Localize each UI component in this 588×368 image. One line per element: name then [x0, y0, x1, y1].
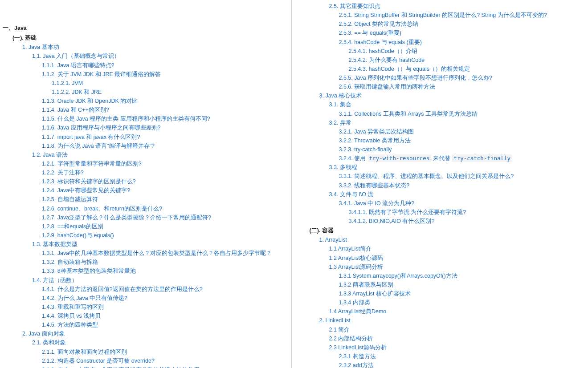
toc-link[interactable]: 1.1.2. 关于 JVM JDK 和 JRE 最详细通俗的解答: [42, 70, 289, 79]
toc-link[interactable]: 1.4. 方法（函数）: [32, 276, 289, 285]
toc-link[interactable]: 1.3.3. 8种基本类型的包装类和常量池: [42, 267, 289, 275]
toc-link[interactable]: 1.1.2.2. JDK 和 JRE: [52, 88, 289, 97]
toc-link[interactable]: 3.3. 多线程: [329, 163, 586, 172]
toc-link[interactable]: 1.1.4. Java 和 C++的区别?: [42, 105, 289, 114]
toc-link[interactable]: 2.5.2. Object 类的常见方法总结: [339, 20, 586, 28]
toc-link[interactable]: 1.1.7. import java 和 javax 有什么区别?: [42, 133, 289, 142]
toc-link[interactable]: 2.5.5. Java 序列化中如果有些字段不想进行序列化，怎么办?: [339, 73, 586, 82]
toc-item: 1. Java 基本功: [3, 43, 289, 52]
text: 3.2.4. 使用: [339, 155, 368, 162]
toc-link[interactable]: 1.1.1. Java 语言有哪些特点?: [42, 61, 289, 70]
toc-link[interactable]: 1.1. Java 入门（基础概念与常识）: [32, 52, 289, 61]
toc-item: 1.3.4 内部类: [300, 298, 586, 307]
toc-item: 2.5.1. String StringBuffer 和 StringBuild…: [300, 11, 586, 20]
toc-link[interactable]: 2. LinkedList: [319, 316, 586, 325]
toc-link[interactable]: 1.4.4. 深拷贝 vs 浅拷贝: [42, 311, 289, 320]
toc-link[interactable]: 1.1.6. Java 应用程序与小程序之间有哪些差别?: [42, 123, 289, 132]
toc-link[interactable]: 1.4.1. 什么是方法的返回值?返回值在类的方法里的作用是什么?: [42, 285, 289, 294]
toc-link[interactable]: 3.3.2. 线程有哪些基本状态?: [339, 181, 586, 190]
toc-link[interactable]: 3.4.1. Java 中 IO 流分为几种?: [339, 199, 586, 208]
toc-link[interactable]: 2.2 内部结构分析: [329, 334, 586, 343]
toc-link[interactable]: 1.1.5. 什么是 Java 程序的主类 应用程序和小程序的主类有何不同?: [42, 114, 289, 123]
toc-link[interactable]: 3. Java 核心技术: [319, 91, 586, 100]
toc-link[interactable]: 1.2.7. Java泛型了解么？什么是类型擦除？介绍一下常用的通配符?: [42, 213, 289, 222]
toc-link[interactable]: 2.3.2 add方法: [339, 361, 586, 368]
toc-link[interactable]: 1.3.4 内部类: [339, 298, 586, 307]
code-snippet: try-catch-finally: [452, 154, 512, 162]
toc-link[interactable]: 2.5.4.2. 为什么要有 hashCode: [349, 56, 586, 65]
toc-link[interactable]: 2. Java 面向对象: [22, 329, 289, 338]
toc-link[interactable]: 3.2.1. Java 异常类层次结构图: [339, 127, 586, 136]
toc-link[interactable]: 1.4.5. 方法的四种类型: [42, 320, 289, 329]
toc-link[interactable]: 2.1. 类和对象: [32, 338, 289, 347]
toc-link[interactable]: 1.2.5. 自增自减运算符: [42, 195, 289, 204]
toc-item: 1.3.1. Java中的几种基本数据类型是什么？对应的包装类型是什么？各自占用…: [3, 249, 289, 258]
toc-link[interactable]: 2.1 简介: [329, 325, 586, 334]
toc-link[interactable]: 2.5.1. String StringBuffer 和 StringBuild…: [339, 11, 586, 20]
toc-item: 1.1.8. 为什么说 Java 语言"编译与解释并存"?: [3, 142, 289, 150]
toc-link[interactable]: 2.5.6. 获取用键盘输入常用的两种方法: [339, 82, 586, 91]
toc-link[interactable]: 2.1.3. 在 Java 中定义一个不做事且没有参数的构造方法的作用: [42, 365, 289, 368]
toc-link[interactable]: 2.1.2. 构造器 Constructor 是否可被 override?: [42, 356, 289, 365]
toc-link[interactable]: 3.2.3. try-catch-finally: [339, 145, 586, 154]
toc-link[interactable]: 1.4.3. 重载和重写的区别: [42, 303, 289, 311]
toc-link[interactable]: 2.1.1. 面向对象和面向过程的区别: [42, 348, 289, 356]
toc-item: 1.4.5. 方法的四种类型: [3, 320, 289, 329]
toc-link[interactable]: 1.1.3. Oracle JDK 和 OpenJDK 的对比: [42, 97, 289, 105]
toc-link[interactable]: 3.1.1. Collections 工具类和 Arrays 工具类常见方法总结: [339, 109, 586, 118]
toc-link[interactable]: 1.3.1. Java中的几种基本数据类型是什么？对应的包装类型是什么？各自占用…: [42, 249, 289, 258]
toc-link[interactable]: 1.2.8. ==和equals的区别: [42, 222, 289, 231]
toc-item: 1.4.3. 重载和重写的区别: [3, 303, 289, 311]
toc-link[interactable]: 1.4.2. 为什么 Java 中只有值传递?: [42, 294, 289, 303]
toc-link[interactable]: 1.2.6. continue、break、和return的区别是什么?: [42, 204, 289, 213]
toc-link[interactable]: 3.3.1. 简述线程、程序、进程的基本概念。以及他们之间关系是什么?: [339, 172, 586, 181]
toc-link[interactable]: 3.2.2. Throwable 类常用方法: [339, 136, 586, 145]
toc-link[interactable]: 1.3.1 System.arraycopy()和Arrays.copyOf()…: [339, 271, 586, 280]
text: 来代替: [431, 155, 452, 162]
toc-item: 3.2.1. Java 异常类层次结构图: [300, 127, 586, 136]
toc-link[interactable]: 1.3. 基本数据类型: [32, 240, 289, 249]
toc-item: 2. LinkedList: [300, 316, 586, 325]
toc-link[interactable]: 1.1 ArrayList简介: [329, 244, 586, 253]
toc-link[interactable]: 3.4. 文件与 I\O 流: [329, 190, 586, 199]
toc-item: 2.3 LinkedList源码分析: [300, 343, 586, 352]
toc-link[interactable]: 1.2 ArrayList核心源码: [329, 254, 586, 263]
toc-link[interactable]: 1.2.9. hashCode()与 equals(): [42, 231, 289, 240]
toc-link[interactable]: 3.2.4. 使用 try-with-resources 来代替 try-cat…: [339, 154, 586, 163]
toc-item: 3.3.2. 线程有哪些基本状态?: [300, 181, 586, 190]
toc-link[interactable]: 1.1.8. 为什么说 Java 语言"编译与解释并存"?: [42, 142, 289, 150]
toc-link[interactable]: 1. Java 基本功: [22, 43, 289, 52]
toc-link[interactable]: 1.3.2 两者联系与区别: [339, 280, 586, 289]
toc-item: 2.3.2 add方法: [300, 361, 586, 368]
toc-link[interactable]: 2.5.3. == 与 equals(重要): [339, 28, 586, 37]
toc-link[interactable]: 1.2.3. 标识符和关键字的区别是什么?: [42, 177, 289, 186]
toc-link[interactable]: 3.4.1.2. BIO,NIO,AIO 有什么区别?: [349, 217, 586, 226]
toc-link[interactable]: 1.3.2. 自动装箱与拆箱: [42, 258, 289, 267]
toc-link[interactable]: 1.4 ArrayList经典Demo: [329, 307, 586, 316]
toc-link[interactable]: 1.3.3 ArrayList 核心扩容技术: [339, 289, 586, 298]
toc-link[interactable]: 1.2.4. Java中有哪些常见的关键字?: [42, 186, 289, 195]
toc-link[interactable]: 2.5.4. hashCode 与 equals (重要): [339, 38, 586, 47]
toc-link[interactable]: 1. ArrayList: [319, 235, 586, 244]
toc-link[interactable]: 2.3 LinkedList源码分析: [329, 343, 586, 352]
toc-item: 2.5.4.3. hashCode（）与 equals（）的相关规定: [300, 65, 586, 73]
toc-link[interactable]: 1.2.1. 字符型常量和字符串常量的区别?: [42, 159, 289, 168]
toc-item: 1.1.6. Java 应用程序与小程序之间有哪些差别?: [3, 123, 289, 132]
toc-link[interactable]: 1.1.2.1. JVM: [52, 79, 289, 88]
toc-link[interactable]: 1.2. Java 语法: [32, 150, 289, 159]
toc-link[interactable]: 1.3 ArrayList源码分析: [329, 263, 586, 271]
toc-link[interactable]: 2.3.1 构造方法: [339, 352, 586, 361]
toc-link[interactable]: 2.5. 其它重要知识点: [329, 2, 586, 11]
toc-link[interactable]: 3.4.1.1. 既然有了字节流,为什么还要有字符流?: [349, 208, 586, 217]
toc-item: 1.3.3. 8种基本类型的包装类和常量池: [3, 267, 289, 275]
toc-item: 1.1.3. Oracle JDK 和 OpenJDK 的对比: [3, 97, 289, 105]
toc-link[interactable]: 3.1. 集合: [329, 100, 586, 109]
toc-link[interactable]: 2.5.4.1. hashCode（）介绍: [349, 47, 586, 56]
toc-item: 1.2.8. ==和equals的区别: [3, 222, 289, 231]
toc-link[interactable]: 1.2.2. 关于注释?: [42, 168, 289, 177]
toc-item: 1.2.7. Java泛型了解么？什么是类型擦除？介绍一下常用的通配符?: [3, 213, 289, 222]
toc-item: 1.3. 基本数据类型: [3, 240, 289, 249]
toc-link[interactable]: 2.5.4.3. hashCode（）与 equals（）的相关规定: [349, 65, 586, 73]
toc-item: 1.3 ArrayList源码分析: [300, 263, 586, 271]
toc-link[interactable]: 3.2. 异常: [329, 118, 586, 127]
